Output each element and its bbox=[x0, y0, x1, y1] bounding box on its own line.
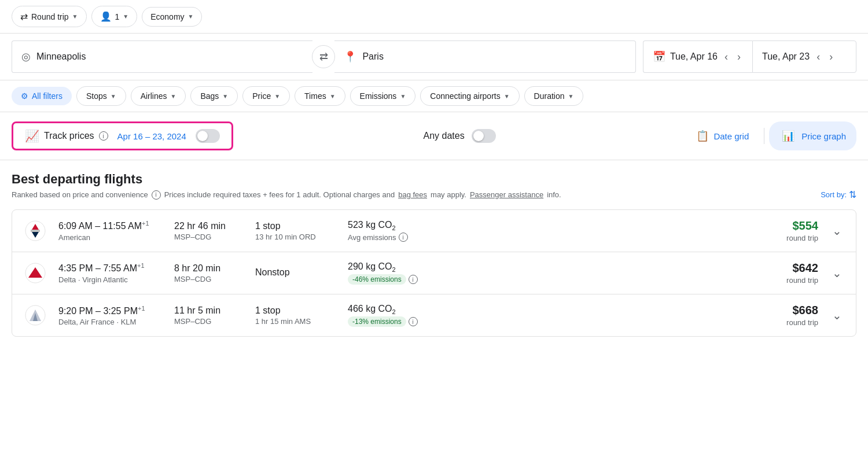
track-section: 📈 Track prices i Apr 16 – 23, 2024 Any d… bbox=[0, 112, 868, 160]
any-dates-toggle[interactable] bbox=[472, 129, 496, 143]
search-bar: ◎ ⇄ 📍 📅 Tue, Apr 16 ‹ › Tue, Apr 23 ‹ › bbox=[0, 34, 868, 80]
sort-by-text: Sort by: bbox=[821, 190, 847, 199]
co2-sub-1: 2 bbox=[392, 224, 395, 231]
duration-arrow: ▼ bbox=[568, 93, 574, 100]
destination-input[interactable] bbox=[362, 51, 626, 62]
stops-arrow: ▼ bbox=[111, 93, 116, 100]
track-prices-date: Apr 16 – 23, 2024 bbox=[117, 131, 186, 141]
connecting-airports-arrow: ▼ bbox=[504, 93, 510, 100]
view-buttons: 📋 Date grid 📊 Price graph bbox=[686, 121, 856, 150]
emissions-info-icon-1[interactable]: i bbox=[399, 233, 408, 242]
flight-time-range-2: 4:35 PM – 7:55 AM+1 bbox=[58, 262, 163, 274]
any-dates-section: Any dates bbox=[424, 129, 496, 143]
passengers-button[interactable]: 👤 1 ▼ bbox=[91, 6, 138, 27]
connecting-airports-label: Connecting airports bbox=[430, 91, 500, 101]
flight-stops-detail-1: 13 hr 10 min ORD bbox=[255, 233, 336, 241]
return-prev-btn[interactable]: ‹ bbox=[814, 51, 822, 63]
view-divider bbox=[764, 128, 764, 144]
section-title: Best departing flights bbox=[12, 172, 856, 187]
flight-time-1: 6:09 AM – 11:55 AM bbox=[58, 222, 142, 231]
bags-filter-button[interactable]: Bags ▼ bbox=[190, 86, 238, 106]
track-prices-info-icon[interactable]: i bbox=[99, 131, 108, 141]
may-apply-text: may apply. bbox=[431, 190, 466, 199]
depart-date-field[interactable]: 📅 Tue, Apr 16 ‹ › bbox=[643, 40, 752, 73]
emissions-filter-button[interactable]: Emissions ▼ bbox=[350, 86, 416, 106]
airline-logo-delta-af-klm bbox=[24, 304, 47, 327]
passenger-assistance-link[interactable]: Passenger assistance bbox=[470, 190, 543, 199]
swap-button[interactable]: ⇄ bbox=[312, 45, 335, 68]
depart-prev-btn[interactable]: ‹ bbox=[722, 51, 730, 63]
flight-times-3: 9:20 PM – 3:25 PM+1 Delta, Air France · … bbox=[58, 305, 163, 326]
emissions-info-icon-3[interactable]: i bbox=[409, 317, 418, 326]
price-label: Price bbox=[252, 91, 271, 101]
flight-stops-2: Nonstop bbox=[255, 267, 336, 279]
sort-by-button[interactable]: Sort by: ⇅ bbox=[821, 189, 856, 200]
flight-emissions-sub-1: Avg emissions i bbox=[348, 233, 440, 242]
destination-icon: 📍 bbox=[344, 50, 356, 63]
info-suffix: info. bbox=[547, 190, 561, 199]
flight-duration-1: 22 hr 46 min MSP–CDG bbox=[174, 221, 244, 241]
flight-emissions-text-1: 523 kg CO2 bbox=[348, 220, 440, 231]
flight-row[interactable]: 6:09 AM – 11:55 AM+1 American 22 hr 46 m… bbox=[12, 210, 856, 252]
expand-btn-2[interactable]: ⌄ bbox=[830, 264, 844, 282]
flight-emissions-1: 523 kg CO2 Avg emissions i bbox=[348, 220, 440, 242]
flight-duration-3: 11 hr 5 min MSP–CDG bbox=[174, 305, 244, 326]
flight-plus-days-2: +1 bbox=[137, 262, 145, 269]
track-prices-box: 📈 Track prices i Apr 16 – 23, 2024 bbox=[12, 121, 233, 150]
connecting-airports-filter-button[interactable]: Connecting airports ▼ bbox=[420, 86, 519, 106]
airlines-filter-button[interactable]: Airlines ▼ bbox=[131, 86, 186, 106]
emissions-info-icon-2[interactable]: i bbox=[409, 275, 418, 284]
flight-airline-3: Delta, Air France · KLM bbox=[58, 318, 163, 326]
flight-route-3: MSP–CDG bbox=[174, 317, 244, 326]
expand-btn-1[interactable]: ⌄ bbox=[830, 222, 844, 240]
filter-icon: ⚙ bbox=[21, 91, 28, 101]
american-airlines-svg bbox=[25, 220, 46, 241]
flight-emissions-text-2: 290 kg CO2 bbox=[348, 261, 440, 273]
return-date-field[interactable]: Tue, Apr 23 ‹ › bbox=[752, 40, 856, 73]
price-graph-button[interactable]: 📊 Price graph bbox=[769, 121, 856, 150]
top-bar: ⇄ Round trip ▼ 👤 1 ▼ Economy ▼ bbox=[0, 0, 868, 34]
co2-sub-2: 2 bbox=[392, 266, 395, 273]
duration-filter-button[interactable]: Duration ▼ bbox=[524, 86, 584, 106]
destination-field[interactable]: 📍 bbox=[334, 40, 635, 73]
track-prices-toggle-knob bbox=[197, 131, 208, 141]
cabin-class-button[interactable]: Economy ▼ bbox=[142, 7, 202, 27]
all-filters-button[interactable]: ⚙ All filters bbox=[12, 87, 72, 105]
flight-times-1: 6:09 AM – 11:55 AM+1 American bbox=[58, 220, 163, 241]
trip-type-button[interactable]: ⇄ Round trip ▼ bbox=[12, 6, 87, 27]
flight-airline-2: Delta · Virgin Atlantic bbox=[58, 275, 163, 284]
flight-price-3: $668 round trip bbox=[786, 304, 818, 327]
section-subtitle: Ranked based on price and convenience i … bbox=[12, 189, 856, 200]
emissions-badge-3: -13% emissions bbox=[348, 316, 406, 327]
times-label: Times bbox=[304, 91, 326, 101]
track-prices-toggle[interactable] bbox=[196, 129, 220, 143]
date-group: 📅 Tue, Apr 16 ‹ › Tue, Apr 23 ‹ › bbox=[643, 40, 856, 73]
delta-airlines-svg bbox=[25, 263, 46, 283]
stops-filter-button[interactable]: Stops ▼ bbox=[76, 86, 126, 106]
flight-price-amount-3: $668 bbox=[786, 304, 818, 317]
round-trip-icon: ⇄ bbox=[20, 11, 28, 22]
flight-row[interactable]: 4:35 PM – 7:55 AM+1 Delta · Virgin Atlan… bbox=[12, 252, 856, 294]
flight-stops-1: 1 stop 13 hr 10 min ORD bbox=[255, 221, 336, 241]
flight-plus-days-1: +1 bbox=[142, 220, 149, 227]
ranked-info-icon[interactable]: i bbox=[152, 190, 161, 200]
times-filter-button[interactable]: Times ▼ bbox=[295, 86, 345, 106]
return-next-btn[interactable]: › bbox=[827, 51, 835, 63]
price-filter-button[interactable]: Price ▼ bbox=[242, 86, 290, 106]
return-date: Tue, Apr 23 bbox=[762, 51, 810, 62]
date-grid-button[interactable]: 📋 Date grid bbox=[686, 124, 759, 148]
depart-next-btn[interactable]: › bbox=[735, 51, 743, 63]
origin-field[interactable]: ◎ bbox=[12, 40, 312, 73]
bag-fees-link[interactable]: bag fees bbox=[398, 190, 427, 199]
times-arrow: ▼ bbox=[330, 93, 336, 100]
duration-label: Duration bbox=[534, 91, 565, 101]
airline-logo-american bbox=[24, 219, 47, 242]
expand-btn-3[interactable]: ⌄ bbox=[830, 306, 844, 325]
airlines-arrow: ▼ bbox=[171, 93, 176, 100]
origin-input[interactable] bbox=[36, 51, 303, 62]
origin-icon: ◎ bbox=[21, 50, 31, 63]
cabin-class-arrow: ▼ bbox=[188, 13, 194, 20]
flight-row[interactable]: 9:20 PM – 3:25 PM+1 Delta, Air France · … bbox=[12, 294, 856, 336]
track-prices-text: Track prices bbox=[44, 131, 94, 141]
flight-duration-text-2: 8 hr 20 min bbox=[174, 263, 244, 274]
